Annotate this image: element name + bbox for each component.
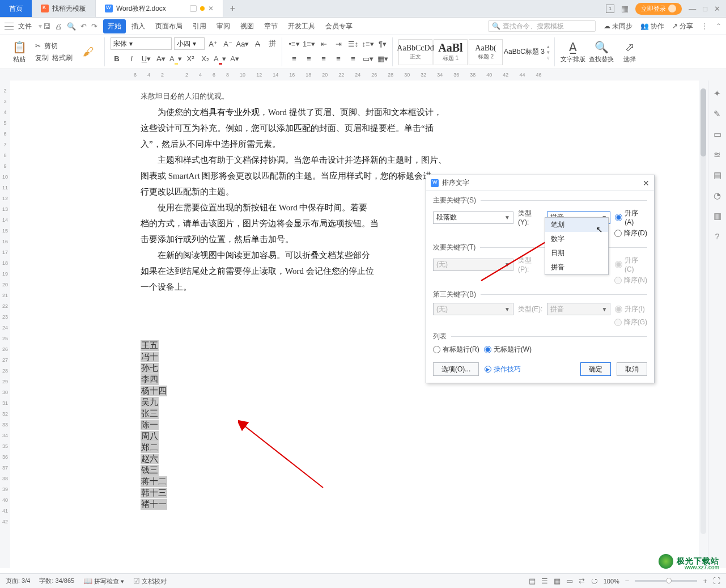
tab-document[interactable]: Word教程2.docx ✕ [96, 0, 223, 17]
style-h2[interactable]: AaBb(标题 2 [469, 39, 503, 65]
text-effects[interactable]: A▾ [228, 52, 241, 65]
minimize-button[interactable]: — [689, 5, 696, 13]
preview-icon[interactable]: 🔍 [67, 22, 76, 31]
bullets[interactable]: •≡▾ [288, 37, 300, 50]
coop-link[interactable]: 👥协作 [640, 22, 664, 31]
unsync-link[interactable]: ☁未同步 [604, 22, 632, 31]
zoom-in-icon[interactable]: + [703, 577, 707, 585]
maximize-button[interactable]: □ [703, 5, 707, 13]
collapse-ribbon-icon[interactable]: ⌃ [716, 22, 721, 30]
doc-proof[interactable]: ☑ 文档校对 [133, 577, 167, 586]
redo-icon[interactable]: ↷ [91, 22, 97, 31]
view-read-icon[interactable]: ▭ [566, 577, 573, 585]
shrink-font[interactable]: A⁻ [222, 37, 234, 50]
menu-tab-review[interactable]: 审阅 [212, 19, 235, 33]
outdent[interactable]: ⇤ [317, 37, 330, 50]
font-select[interactable]: 宋体▾ [111, 37, 172, 50]
menu-tab-devtools[interactable]: 开发工具 [283, 19, 320, 33]
pen-icon[interactable]: ✎ [714, 109, 721, 119]
copy-button[interactable]: 复制 [35, 53, 49, 63]
save-icon[interactable]: 🖫 [43, 22, 50, 31]
style-down-icon[interactable]: ▾ [547, 49, 550, 55]
underline-button[interactable]: U▾ [140, 52, 152, 65]
arrange-text-button[interactable]: A̲文字排版 [561, 37, 585, 67]
borders[interactable]: ▦▾ [376, 52, 389, 65]
view-page-icon[interactable]: ▤ [529, 577, 536, 585]
style-up-icon[interactable]: ▴ [547, 44, 550, 49]
show-marks[interactable]: ¶▾ [376, 37, 389, 50]
shading[interactable]: ▭▾ [362, 52, 374, 65]
cut-button[interactable]: 剪切 [44, 41, 58, 51]
secondary-field-select[interactable]: (无)▼ [433, 259, 513, 271]
horizontal-ruler[interactable]: 6422468101214161820222426283032343638404… [0, 69, 726, 81]
paste-panel-icon[interactable]: ▤ [714, 170, 721, 180]
view-outline-icon[interactable]: ☰ [541, 577, 548, 585]
menu-tab-reference[interactable]: 引用 [188, 19, 211, 33]
indent[interactable]: ⇥ [332, 37, 345, 50]
menu-tab-member[interactable]: 会员专享 [321, 19, 357, 33]
cancel-button[interactable]: 取消 [617, 362, 647, 376]
tab-new[interactable]: + [223, 0, 242, 17]
strike-button[interactable]: A̶▾ [155, 52, 167, 65]
apps-icon[interactable]: ▦ [621, 4, 629, 13]
more-icon[interactable]: ⋮ [701, 22, 708, 30]
command-search[interactable]: 🔍 查找命令、搜索模板 [488, 20, 596, 32]
align-justify[interactable]: ≡ [332, 52, 345, 65]
menu-file[interactable]: 文件 [18, 22, 32, 31]
format-brush-button[interactable]: 格式刷 [52, 53, 73, 63]
style-normal[interactable]: AaBbCcDd正文 [398, 39, 432, 65]
view-web-icon[interactable]: ▦ [554, 577, 561, 585]
paste-button[interactable]: 📋粘贴 [7, 37, 32, 67]
page-indicator[interactable]: 页面: 3/4 [6, 577, 30, 585]
style-expand-icon[interactable]: ▿ [547, 55, 550, 61]
settings-icon[interactable]: ≋ [714, 150, 721, 160]
hamburger-icon[interactable] [5, 23, 14, 29]
clear-format[interactable]: A̶ [251, 37, 264, 50]
close-window-button[interactable]: ✕ [714, 5, 720, 13]
zoom-out-icon[interactable]: − [625, 577, 630, 585]
word-count[interactable]: 字数: 34/865 [39, 577, 74, 585]
vertical-scrollbar[interactable] [699, 81, 708, 568]
undo-icon[interactable]: ↶ [80, 22, 87, 31]
align-left[interactable]: ≡ [288, 52, 300, 65]
size-select[interactable]: 小四▾ [174, 37, 205, 50]
style-h3[interactable]: AaBbC标题 3 [504, 47, 545, 57]
share-link[interactable]: ↗分享 [672, 22, 693, 31]
pane-count-icon[interactable]: 1 [606, 5, 614, 13]
menu-tab-layout[interactable]: 页面布局 [151, 19, 187, 33]
sup-button[interactable]: X² [184, 52, 197, 65]
tab-home[interactable]: 首页 [0, 0, 32, 17]
zoom-slider[interactable] [635, 580, 697, 582]
grow-font[interactable]: A⁺ [207, 37, 219, 50]
reset-icon[interactable]: ⭯ [591, 577, 598, 585]
ok-button[interactable]: 确定 [580, 362, 611, 376]
sort-button[interactable]: ☰↕ [347, 37, 359, 50]
tips-link[interactable]: ▶操作技巧 [485, 365, 521, 374]
align-right[interactable]: ≡ [317, 52, 330, 65]
fullscreen-icon[interactable]: ⛶ [713, 577, 720, 585]
assistant-icon[interactable]: ✦ [714, 88, 721, 99]
primary-asc-radio[interactable]: 升序(A) [615, 209, 647, 226]
primary-desc-radio[interactable]: 降序(D) [614, 229, 647, 238]
align-center[interactable]: ≡ [303, 52, 315, 65]
phonetic[interactable]: 拼 [266, 37, 278, 50]
bold-button[interactable]: B [111, 52, 123, 65]
italic-button[interactable]: I [125, 52, 138, 65]
dialog-close-button[interactable]: ✕ [643, 179, 649, 188]
print-icon[interactable]: 🖨 [55, 22, 62, 31]
format-brush-big[interactable]: 🖌 [76, 37, 101, 67]
help-icon[interactable]: ? [715, 231, 719, 241]
sync-scroll-icon[interactable]: ⇄ [579, 577, 585, 585]
spell-check[interactable]: 📖 拼写检查 ▾ [83, 577, 124, 586]
tab-templates[interactable]: 找稻壳模板 [32, 0, 96, 17]
dropdown-option[interactable]: 日期 [545, 246, 608, 260]
vertical-ruler[interactable]: 2345678910111213141516171819202122232425… [0, 81, 10, 568]
page-icon[interactable]: ▥ [714, 211, 721, 221]
options-button[interactable]: 选项(O)... [433, 362, 479, 376]
zoom-value[interactable]: 100% [604, 578, 619, 585]
scrollbar-thumb[interactable] [700, 88, 706, 156]
sub-button[interactable]: X₂ [199, 52, 211, 65]
linespace[interactable]: ↕≡▾ [362, 37, 374, 50]
select-button[interactable]: ⬀选择 [617, 37, 642, 67]
font-color[interactable]: A▾ [214, 52, 226, 65]
